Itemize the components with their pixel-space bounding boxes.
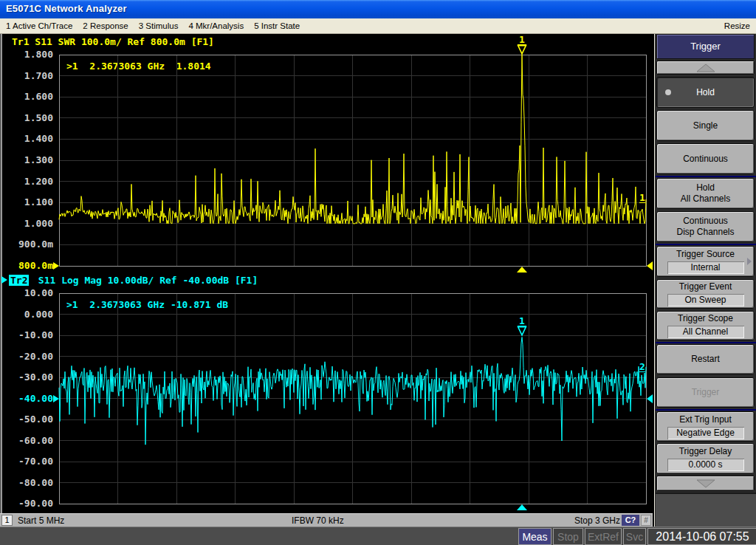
softkey-separator xyxy=(656,342,756,343)
taskbar-stop: Stop xyxy=(553,528,583,545)
softkey-continuous[interactable]: Continuous xyxy=(656,143,755,174)
y-tick: 1.700 xyxy=(0,71,53,81)
taskbar-datetime: 2014-10-06 07:55 xyxy=(647,528,756,545)
softkey-trigger-source[interactable]: Trigger SourceInternal xyxy=(656,246,755,277)
softkey-hold[interactable]: Hold xyxy=(656,77,755,108)
softkey-value: 0.0000 s xyxy=(667,459,744,471)
softkey-value: Internal xyxy=(667,261,744,274)
y-tick: 1.000 xyxy=(0,219,53,229)
window-title: E5071C Network Analyzer xyxy=(6,3,127,14)
menu-item-1[interactable]: 1 Active Ch/Trace xyxy=(6,21,72,30)
y-tick: 1.200 xyxy=(0,176,53,187)
trace2-header[interactable]: S11 Log Mag 10.00dB/ Ref -40.00dB [F1] xyxy=(32,275,258,286)
ref-level-arrow-right-trace2 xyxy=(647,394,653,403)
trace1-end-number: 1 xyxy=(639,193,645,203)
y-tick: -20.00 xyxy=(0,352,53,362)
status-bar: 1 Start 5 MHz IFBW 70 kHz Stop 3 GHz C? … xyxy=(0,513,653,527)
menu-bar: 1 Active Ch/Trace2 Response3 Stimulus4 M… xyxy=(0,18,756,34)
y-tick: 800.0m xyxy=(0,261,53,271)
menu-item-2[interactable]: 2 Response xyxy=(83,21,128,30)
softkey-hold-all-channels[interactable]: HoldAll Channels xyxy=(656,178,755,209)
y-tick: -10.00 xyxy=(0,330,53,340)
softkey-trigger-event[interactable]: Trigger EventOn Sweep xyxy=(656,279,755,309)
softkey-trigger[interactable]: Trigger xyxy=(656,377,755,408)
marker1-number-trace2: 1 xyxy=(518,316,526,326)
ref-level-arrow-right-trace1 xyxy=(647,261,653,270)
sidebar-filler xyxy=(656,493,756,527)
y-tick: -40.00 xyxy=(0,394,53,404)
trace2-end-number: 2 xyxy=(639,362,645,372)
y-tick: 1.300 xyxy=(0,155,53,165)
softkey-restart[interactable]: Restart xyxy=(656,344,755,374)
softkey-single[interactable]: Single xyxy=(656,110,755,141)
marker1-triangle-trace1[interactable] xyxy=(517,44,527,55)
menu-item-4[interactable]: 4 Mkr/Analysis xyxy=(188,21,244,30)
ref-level-arrow-left-trace1 xyxy=(53,262,59,270)
softkey-value: Negative Edge xyxy=(667,427,744,439)
hash-badge: # xyxy=(641,515,651,526)
title-bar: E5071C Network Analyzer xyxy=(0,0,756,18)
marker1-stimulus-triangle-trace1[interactable] xyxy=(517,267,527,272)
ref-level-arrow-left-trace2 xyxy=(53,395,59,402)
softkey-menu-title: Trigger xyxy=(656,34,755,59)
softkey-continuous-disp-channels[interactable]: ContinuousDisp Channels xyxy=(656,211,755,242)
y-tick: 1.600 xyxy=(0,92,53,102)
taskbar-meas: Meas xyxy=(518,528,551,545)
y-tick: -60.00 xyxy=(0,436,53,446)
channel-number-box: 1 xyxy=(1,515,13,526)
menu-item-3[interactable]: 3 Stimulus xyxy=(139,21,179,30)
y-tick: 10.00 xyxy=(0,288,53,298)
softkey-sidebar: Trigger HoldSingleContinuousHoldAll Chan… xyxy=(653,34,756,527)
cal-status-badge: C? xyxy=(622,515,639,526)
submenu-arrow-icon xyxy=(747,258,752,265)
softkey-value: All Channel xyxy=(667,326,744,338)
y-tick: 1.800 xyxy=(0,49,53,60)
instrument-status-bar: MeasStopExtRefSvc2014-10-06 07:55 xyxy=(0,527,756,545)
y-tick: -90.00 xyxy=(0,498,53,509)
y-tick: 900.0m xyxy=(0,239,53,250)
softkey-trigger-delay[interactable]: Trigger Delay0.0000 s xyxy=(656,443,755,474)
e5071c-window: E5071C Network Analyzer 1 Active Ch/Trac… xyxy=(0,0,756,545)
softkey-value: On Sweep xyxy=(667,294,744,306)
grid-trace2 xyxy=(59,293,647,505)
menu-item-5[interactable]: 5 Instr State xyxy=(254,21,300,30)
y-tick: -80.00 xyxy=(0,478,53,488)
taskbar-svc: Svc xyxy=(623,528,646,545)
marker1-triangle-trace2[interactable] xyxy=(517,326,527,336)
marker1-number-trace1: 1 xyxy=(518,35,526,45)
taskbar-extref: ExtRef xyxy=(585,528,622,545)
softkey-separator xyxy=(656,176,756,177)
sweep-stop-label[interactable]: Stop 3 GHz xyxy=(574,515,620,526)
sweep-start-label[interactable]: Start 5 MHz xyxy=(18,515,64,526)
y-tick: -50.00 xyxy=(0,414,53,425)
y-tick: 1.500 xyxy=(0,113,53,123)
softkey-scroll-down-button[interactable] xyxy=(656,476,755,491)
softkey-scroll-up-button[interactable] xyxy=(656,61,755,75)
grid-trace1 xyxy=(59,55,647,267)
softkey-separator xyxy=(656,244,756,245)
softkey-separator xyxy=(656,409,756,411)
ifbw-label[interactable]: IFBW 70 kHz xyxy=(292,515,344,526)
softkey-ext-trig-input[interactable]: Ext Trig InputNegative Edge xyxy=(656,411,755,442)
y-tick: -30.00 xyxy=(0,372,53,383)
selected-bullet-icon xyxy=(665,89,671,95)
y-tick: -70.00 xyxy=(0,456,53,467)
y-tick: 0.000 xyxy=(0,309,53,320)
active-trace-arrow xyxy=(1,276,7,284)
trace1-header[interactable]: Tr1 S11 SWR 100.0m/ Ref 800.0m [F1] xyxy=(12,36,214,47)
softkey-trigger-scope[interactable]: Trigger ScopeAll Channel xyxy=(656,311,755,340)
y-tick: 1.100 xyxy=(0,197,53,208)
marker1-stimulus-triangle-trace2[interactable] xyxy=(517,504,527,510)
menu-resize[interactable]: Resize xyxy=(724,18,750,33)
trace2-label: Tr2 xyxy=(9,275,29,286)
y-tick: 1.400 xyxy=(0,134,53,144)
chart-area: Tr1 S11 SWR 100.0m/ Ref 800.0m [F1] S11 … xyxy=(0,34,653,513)
